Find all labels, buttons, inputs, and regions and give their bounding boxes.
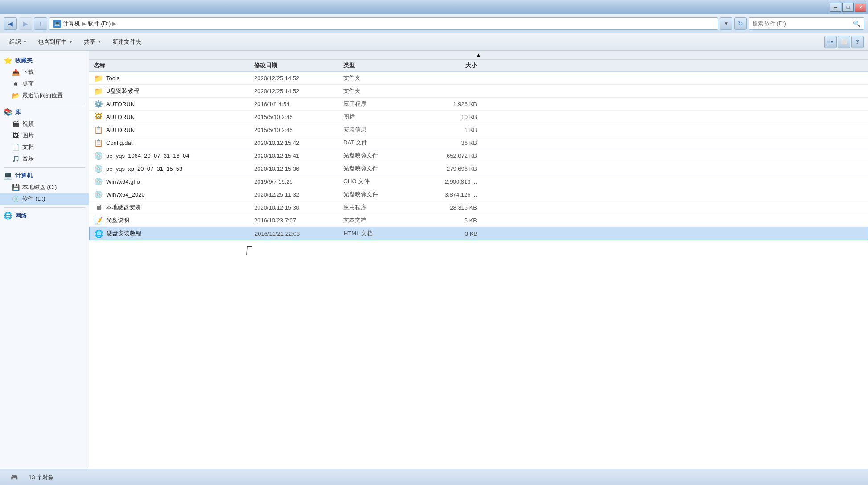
- file-icon: 📁: [94, 86, 103, 96]
- favorites-header[interactable]: ⭐ 收藏夹: [0, 54, 89, 66]
- favorites-label: 收藏夹: [15, 57, 33, 65]
- file-date: 2016/11/21 22:03: [255, 230, 344, 237]
- file-list-header: 名称 修改日期 类型 大小: [89, 60, 868, 72]
- file-type: 光盘映像文件: [343, 164, 415, 173]
- breadcrumb-computer[interactable]: 计算机: [63, 20, 80, 28]
- file-name: AUTORUN: [106, 114, 254, 120]
- sidebar-item-music[interactable]: 🎵 音乐: [0, 153, 89, 164]
- organize-button[interactable]: 组织 ▼: [4, 35, 32, 49]
- file-date: 2020/10/12 15:42: [254, 140, 343, 146]
- file-icon: 📝: [94, 215, 103, 225]
- table-row[interactable]: 💿 pe_yqs_1064_20_07_31_16_04 2020/10/12 …: [89, 149, 868, 162]
- view-icon: ≡: [827, 39, 830, 45]
- col-size-header[interactable]: 大小: [415, 62, 486, 70]
- table-row[interactable]: 📋 AUTORUN 2015/5/10 2:45 安装信息 1 KB: [89, 123, 868, 136]
- status-bar: 🎮 13 个对象: [0, 469, 868, 485]
- view-arrow: ▼: [830, 39, 835, 44]
- up-button[interactable]: ↑: [34, 17, 47, 30]
- table-row[interactable]: 📝 光盘说明 2016/10/23 7:07 文本文档 5 KB: [89, 214, 868, 227]
- maximize-button[interactable]: □: [842, 3, 854, 12]
- computer-header[interactable]: 💻 计算机: [0, 169, 89, 181]
- favorites-section: ⭐ 收藏夹 📥 下载 🖥 桌面 📂 最近访问的位置: [0, 54, 89, 101]
- desktop-icon: 🖥: [12, 80, 20, 88]
- file-type: 文件夹: [343, 74, 415, 82]
- close-button[interactable]: ✕: [855, 3, 866, 12]
- sidebar-item-doc[interactable]: 📄 文档: [0, 141, 89, 153]
- file-name: Win7x64_2020: [106, 191, 254, 198]
- file-name: pe_yqs_xp_20_07_31_15_53: [106, 165, 254, 172]
- sidebar-item-download[interactable]: 📥 下载: [0, 66, 89, 78]
- network-icon: 🌐: [4, 211, 12, 220]
- sidebar-item-recent[interactable]: 📂 最近访问的位置: [0, 90, 89, 101]
- search-input[interactable]: [753, 21, 851, 27]
- breadcrumb-bar[interactable]: 💻 计算机 ▶ 软件 (D:) ▶: [49, 17, 718, 30]
- sidebar-item-video[interactable]: 🎬 视频: [0, 118, 89, 130]
- table-row[interactable]: 🌐 硬盘安装教程 2016/11/21 22:03 HTML 文档 3 KB: [89, 227, 868, 240]
- include-library-label: 包含到库中: [38, 38, 67, 46]
- file-size: 1,926 KB: [415, 101, 486, 107]
- library-section: 📚 库 🎬 视频 🖼 图片 📄 文档 🎵 音乐: [0, 106, 89, 164]
- file-name: U盘安装教程: [106, 87, 254, 95]
- file-icon: 💿: [94, 177, 103, 186]
- file-name: pe_yqs_1064_20_07_31_16_04: [106, 152, 254, 159]
- sidebar-item-desktop[interactable]: 🖥 桌面: [0, 78, 89, 90]
- view-toggle-button[interactable]: ≡ ▼: [824, 36, 837, 48]
- file-icon: 📁: [94, 73, 103, 83]
- breadcrumb-sep-2: ▶: [112, 21, 116, 27]
- sidebar-item-local-c[interactable]: 💾 本地磁盘 (C:): [0, 181, 89, 193]
- file-date: 2020/10/12 15:30: [254, 204, 343, 211]
- scroll-expand-arrow[interactable]: ▲: [89, 51, 868, 60]
- organize-arrow: ▼: [23, 39, 27, 44]
- network-header[interactable]: 🌐 网络: [0, 210, 89, 222]
- forward-button[interactable]: ▶: [19, 17, 32, 30]
- desktop-label: 桌面: [22, 80, 34, 88]
- file-type: 安装信息: [343, 126, 415, 134]
- table-row[interactable]: 📁 U盘安装教程 2020/12/25 14:52 文件夹: [89, 85, 868, 98]
- search-bar[interactable]: 🔍: [749, 17, 864, 30]
- refresh-button[interactable]: ↻: [734, 17, 747, 30]
- col-date-header[interactable]: 修改日期: [254, 62, 343, 70]
- file-list-area: ▲ 名称 修改日期 类型 大小 📁 Tools 2020/12/25 14:52…: [89, 51, 868, 469]
- table-row[interactable]: 💿 pe_yqs_xp_20_07_31_15_53 2020/10/12 15…: [89, 162, 868, 175]
- video-icon: 🎬: [12, 120, 20, 128]
- recent-label: 最近访问的位置: [22, 91, 63, 99]
- file-type: GHO 文件: [343, 177, 415, 185]
- library-icon: 📚: [4, 108, 12, 116]
- col-type-header[interactable]: 类型: [343, 62, 415, 70]
- library-header[interactable]: 📚 库: [0, 106, 89, 118]
- sidebar-item-image[interactable]: 🖼 图片: [0, 130, 89, 141]
- share-arrow: ▼: [97, 39, 102, 44]
- network-label: 网络: [15, 212, 27, 220]
- table-row[interactable]: 🖥 本地硬盘安装 2020/10/12 15:30 应用程序 28,315 KB: [89, 201, 868, 214]
- breadcrumb-drive[interactable]: 软件 (D:): [88, 20, 111, 28]
- doc-label: 文档: [22, 143, 34, 151]
- sidebar-item-software-d[interactable]: 💿 软件 (D:): [0, 193, 89, 205]
- search-icon[interactable]: 🔍: [853, 20, 860, 27]
- preview-pane-button[interactable]: ⬜: [838, 36, 850, 48]
- back-button[interactable]: ◀: [4, 17, 17, 30]
- title-bar-buttons: ─ □ ✕: [830, 3, 866, 12]
- new-folder-button[interactable]: 新建文件夹: [107, 35, 146, 49]
- file-type: 光盘映像文件: [343, 152, 415, 160]
- table-row[interactable]: 🖼 AUTORUN 2015/5/10 2:45 图标 10 KB: [89, 111, 868, 123]
- file-icon: 🖼: [94, 112, 103, 122]
- table-row[interactable]: 📁 Tools 2020/12/25 14:52 文件夹: [89, 72, 868, 85]
- file-icon: 💿: [94, 189, 103, 199]
- table-row[interactable]: 💿 Win7x64.gho 2019/9/7 19:25 GHO 文件 2,90…: [89, 175, 868, 188]
- library-label: 库: [15, 108, 21, 116]
- table-row[interactable]: 💿 Win7x64_2020 2020/12/25 11:32 光盘映像文件 3…: [89, 188, 868, 201]
- col-name-header[interactable]: 名称: [94, 62, 254, 70]
- help-button[interactable]: ?: [851, 36, 864, 48]
- file-type: 文件夹: [343, 87, 415, 95]
- table-row[interactable]: 📋 Config.dat 2020/10/12 15:42 DAT 文件 36 …: [89, 136, 868, 149]
- file-name: Config.dat: [106, 140, 254, 146]
- address-dropdown-button[interactable]: ▼: [720, 17, 732, 30]
- file-type: 图标: [343, 113, 415, 121]
- file-icon: 🌐: [94, 229, 104, 238]
- include-library-button[interactable]: 包含到库中 ▼: [33, 35, 78, 49]
- share-button[interactable]: 共享 ▼: [79, 35, 107, 49]
- file-name: 光盘说明: [106, 216, 254, 224]
- table-row[interactable]: ⚙️ AUTORUN 2016/1/8 4:54 应用程序 1,926 KB: [89, 98, 868, 111]
- minimize-button[interactable]: ─: [830, 3, 841, 12]
- recent-icon: 📂: [12, 91, 20, 99]
